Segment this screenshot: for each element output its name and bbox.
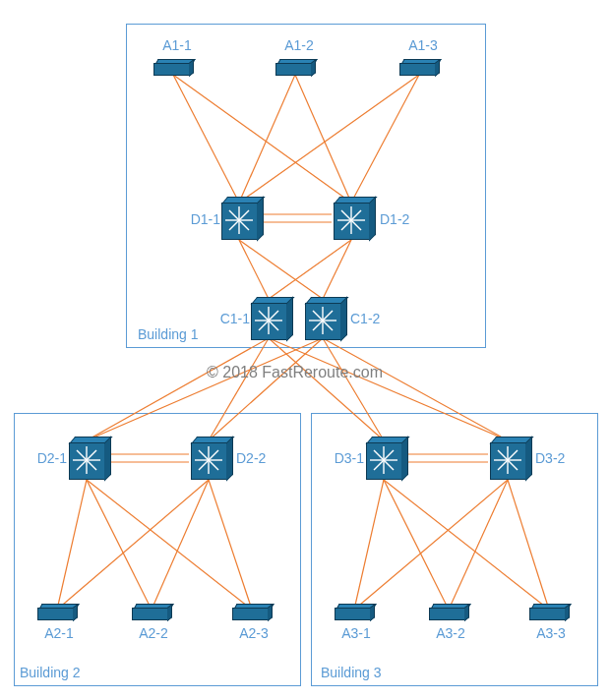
label-d1-2: D1-2 [380,211,415,227]
label-c1-2: C1-2 [350,311,386,326]
label-d2-1: D2-1 [31,450,67,466]
label-a3-1: A3-1 [336,625,376,641]
label-d3-1: D3-1 [329,450,364,466]
l3-switch-d3-1 [366,437,409,480]
label-a3-2: A3-2 [431,625,470,641]
l3-switch-d1-1 [221,197,265,240]
access-switch-a1-1 [153,59,193,75]
label-d2-2: D2-2 [236,450,272,466]
l3-switch-d1-2 [334,197,377,240]
access-switch-a2-2 [132,604,171,619]
label-a2-2: A2-2 [134,625,173,641]
label-a1-3: A1-3 [403,37,443,53]
label-d3-2: D3-2 [535,450,571,466]
access-switch-a2-1 [37,604,77,619]
label-a2-1: A2-1 [39,625,79,641]
building-2-label: Building 2 [20,665,81,680]
label-a2-3: A2-3 [234,625,274,641]
access-switch-a1-3 [399,59,439,75]
label-c1-1: C1-1 [214,311,250,326]
label-a3-3: A3-3 [531,625,571,641]
access-switch-a2-3 [232,604,272,619]
label-a1-2: A1-2 [279,37,319,53]
copyright-watermark: © 2018 FastReroute.com [207,364,383,381]
access-switch-a3-2 [429,604,468,619]
access-switch-a3-3 [529,604,569,619]
network-diagram: Building 1 Building 2 Building 3 [0,0,610,700]
l3-switch-d2-2 [191,437,234,480]
l3-switch-c1-2 [305,297,348,340]
building-3-label: Building 3 [321,665,382,680]
label-d1-1: D1-1 [185,211,220,227]
building-1-label: Building 1 [138,326,199,342]
label-a1-1: A1-1 [157,37,197,53]
access-switch-a1-2 [275,59,315,75]
access-switch-a3-1 [335,604,374,619]
l3-switch-d2-1 [69,437,112,480]
l3-switch-d3-2 [490,437,533,480]
l3-switch-c1-1 [251,297,294,340]
